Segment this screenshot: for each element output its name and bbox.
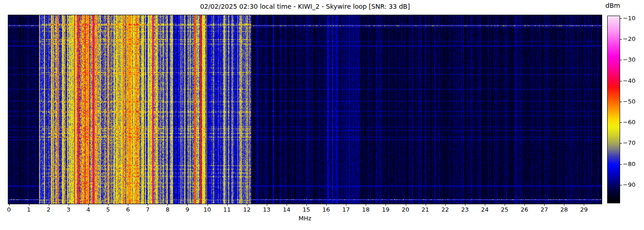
plot-frame [8,15,602,204]
x-axis-tick-label: 23 [461,206,469,213]
x-axis-tick [9,204,10,206]
colorbar-tick-label: −40 [623,77,635,84]
colorbar-tick [620,122,622,123]
x-axis-label: MHz [8,215,602,222]
x-axis-tick-label: 19 [382,206,390,213]
x-axis-tick-label: 3 [67,206,70,213]
colorbar-tick [620,81,622,81]
x-axis-tick-label: 2 [47,206,51,213]
x-axis-tick [29,204,29,206]
x-axis-tick-label: 22 [441,206,449,213]
colorbar-tick-label: −60 [623,119,635,126]
x-axis-tick-label: 27 [540,206,548,213]
x-axis-tick [544,204,545,206]
colorbar-tick-label: −70 [623,139,635,146]
colorbar-tick-label: −80 [623,161,635,167]
colorbar-tick [620,39,622,40]
x-axis-tick-label: 16 [322,206,330,213]
colorbar [608,16,620,203]
x-axis-tick-label: 14 [283,206,291,213]
x-axis-tick [465,204,466,206]
x-axis-tick-label: 15 [303,206,310,213]
colorbar-label: dBm [605,2,620,9]
x-axis-tick [584,204,584,206]
x-axis-tick [385,204,386,206]
colorbar-tick [620,164,622,165]
x-axis-tick-label: 12 [243,206,251,213]
colorbar-tick-label: −30 [623,56,635,63]
x-axis-tick [406,204,406,206]
x-axis-tick-label: 13 [263,206,271,213]
x-axis-tick-label: 7 [146,206,150,213]
x-axis-tick-label: 25 [501,206,509,213]
x-axis-tick-label: 9 [185,206,189,213]
colorbar-tick-label: −10 [623,15,635,22]
x-axis-tick [88,204,89,206]
x-axis-tick [207,204,208,206]
plot-title: 02/02/2025 02:30 local time - KIWI_2 - S… [8,3,602,10]
x-axis-tick [187,204,188,206]
x-axis-tick-label: 1 [27,206,30,213]
x-axis-tick-label: 26 [521,206,529,213]
x-axis-tick-label: 0 [7,206,11,213]
x-axis-tick-label: 18 [362,206,370,213]
x-axis-tick-label: 28 [560,206,568,213]
x-axis-tick [128,204,128,206]
colorbar-tick-label: −20 [623,35,635,42]
x-axis-tick [167,204,168,206]
x-axis-tick-label: 8 [166,206,169,213]
colorbar-tick-label: −90 [623,181,635,188]
x-axis-tick [69,204,69,206]
colorbar-frame [607,16,620,203]
x-axis-tick [445,204,446,206]
x-axis-tick-label: 29 [580,206,588,213]
x-axis-tick [247,204,247,206]
x-axis-tick-label: 4 [86,206,90,213]
colorbar-tick [620,102,622,102]
x-axis-tick-label: 11 [223,206,231,213]
x-axis-tick-label: 21 [421,206,429,213]
x-axis-tick [287,204,287,206]
x-axis-tick-label: 10 [203,206,211,213]
x-axis-tick [227,204,228,206]
x-axis-tick [49,204,49,206]
colorbar-tick [620,60,622,60]
x-axis-tick-label: 6 [126,206,130,213]
colorbar-tick-label: −50 [623,98,635,105]
x-axis-tick-label: 20 [402,206,409,213]
x-axis-tick [148,204,148,206]
x-axis-tick [524,204,525,206]
x-axis-tick [306,204,307,206]
x-axis-tick [346,204,346,206]
x-axis-tick [485,204,485,206]
spectrogram [8,15,602,204]
x-axis-tick-label: 17 [342,206,350,213]
x-axis-tick [366,204,366,206]
colorbar-tick [620,18,622,19]
figure: 02/02/2025 02:30 local time - KIWI_2 - S… [0,0,644,230]
x-axis-tick [564,204,564,206]
colorbar-tick [620,185,622,185]
x-axis-tick-label: 5 [106,206,110,213]
x-axis-tick-label: 24 [481,206,489,213]
x-axis-tick [108,204,109,206]
x-axis-tick [426,204,426,206]
colorbar-tick [620,143,622,144]
x-axis-tick [505,204,505,206]
x-axis-tick [267,204,267,206]
x-axis-tick [326,204,327,206]
